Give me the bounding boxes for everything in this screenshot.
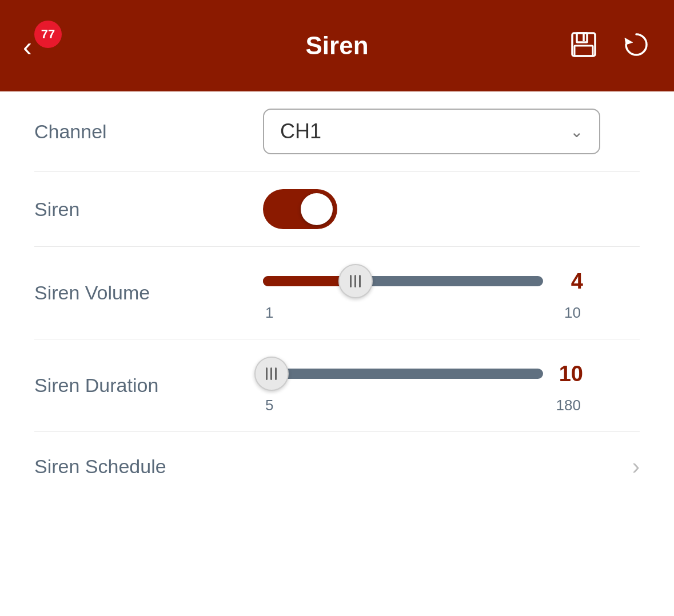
siren-volume-label: Siren Volume [34, 282, 263, 304]
siren-duration-slider-row: 10 [263, 357, 583, 391]
refresh-button[interactable] [621, 30, 651, 62]
header: 77 ‹ Siren [0, 0, 674, 91]
siren-duration-row: Siren Duration [34, 339, 640, 432]
channel-dropdown[interactable]: CH1 ⌄ [263, 109, 600, 154]
siren-volume-thumb[interactable] [338, 264, 373, 298]
channel-label: Channel [34, 121, 263, 143]
siren-volume-max: 10 [564, 304, 581, 322]
thumb-line-d2 [270, 367, 272, 380]
siren-volume-row: Siren Volume [34, 247, 640, 339]
toggle-thumb [301, 193, 333, 225]
thumb-line-2 [354, 275, 356, 287]
channel-row: Channel CH1 ⌄ [34, 91, 640, 172]
header-right [569, 30, 651, 62]
header-title: Siren [305, 31, 368, 60]
chevron-right-icon: › [632, 454, 640, 479]
notification-badge: 77 [34, 21, 62, 48]
content: Channel CH1 ⌄ Siren Siren Volume [0, 91, 674, 501]
siren-duration-slider-section: 10 5 180 [263, 357, 583, 414]
siren-duration-labels: 5 180 [263, 397, 583, 414]
siren-volume-control: 4 1 10 [263, 264, 640, 322]
siren-duration-slider-wrapper [263, 357, 543, 391]
siren-volume-slider-section: 4 1 10 [263, 264, 583, 322]
thumb-line-d1 [266, 367, 268, 380]
siren-row: Siren [34, 172, 640, 247]
siren-volume-slider-wrapper [263, 264, 543, 298]
thumb-line-3 [359, 275, 361, 287]
slider-thumb-lines-2 [266, 367, 277, 380]
siren-volume-slider-row: 4 [263, 264, 583, 298]
save-icon [569, 30, 599, 59]
thumb-line-1 [350, 275, 352, 287]
siren-duration-track [263, 369, 543, 379]
svg-rect-2 [575, 46, 593, 56]
siren-label: Siren [34, 198, 263, 221]
siren-volume-labels: 1 10 [263, 304, 583, 322]
siren-schedule-row[interactable]: Siren Schedule › [34, 432, 640, 501]
save-button[interactable] [569, 30, 599, 62]
back-button[interactable]: ‹ [23, 33, 32, 61]
channel-value: CH1 [280, 119, 321, 143]
header-left: 77 ‹ [23, 31, 32, 61]
siren-duration-track-bg [263, 369, 543, 379]
siren-duration-min: 5 [265, 397, 273, 414]
siren-duration-thumb[interactable] [254, 357, 289, 391]
siren-schedule-label: Siren Schedule [34, 455, 166, 478]
svg-rect-1 [577, 33, 587, 42]
notification-count: 77 [41, 27, 55, 42]
siren-control [263, 189, 640, 229]
thumb-line-d3 [275, 367, 277, 380]
chevron-down-icon: ⌄ [570, 122, 583, 141]
refresh-icon [621, 30, 651, 59]
siren-volume-track [263, 276, 543, 286]
siren-duration-value: 10 [555, 362, 583, 386]
siren-duration-max: 180 [556, 397, 581, 414]
siren-duration-label: Siren Duration [34, 374, 263, 397]
slider-thumb-lines [350, 275, 361, 287]
siren-volume-value: 4 [555, 269, 583, 294]
channel-control: CH1 ⌄ [263, 109, 640, 154]
siren-duration-control: 10 5 180 [263, 357, 640, 414]
siren-toggle[interactable] [263, 189, 337, 229]
siren-volume-min: 1 [265, 304, 273, 322]
